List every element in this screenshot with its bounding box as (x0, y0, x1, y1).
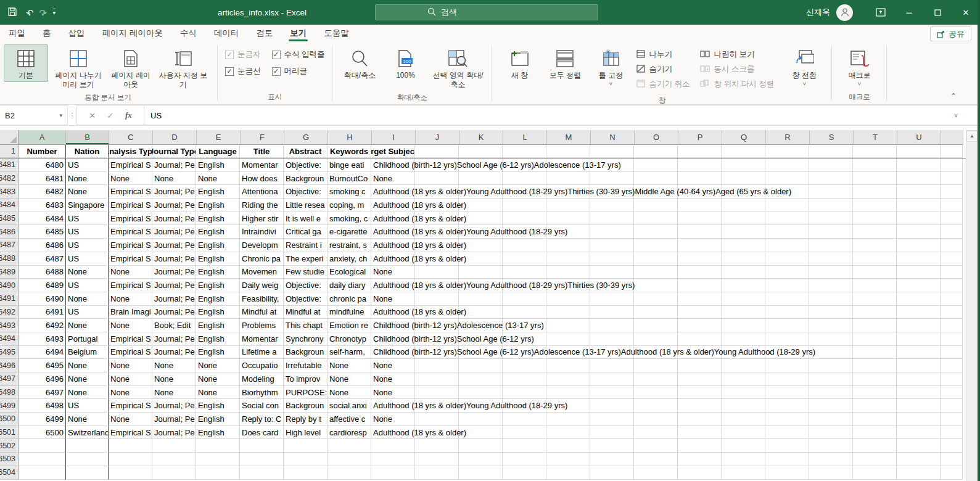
cell-partial6500[interactable] (941, 413, 963, 426)
enter-icon[interactable]: ✓ (107, 111, 114, 120)
cell-P6496[interactable] (678, 359, 722, 372)
cell-L6488[interactable] (503, 252, 546, 266)
column-header-R[interactable]: R (766, 130, 810, 145)
cell-T6488[interactable] (853, 252, 897, 266)
cell-B1[interactable]: Nation (65, 145, 109, 158)
cell-I6487[interactable]: Adulthood (18 yrs & older) (371, 239, 415, 252)
cell-P6481[interactable] (678, 158, 722, 172)
cell-I6495[interactable]: Childhood (birth-12 yrs)School Age (6-12… (371, 346, 415, 360)
scroll-up-icon[interactable]: ▲ (966, 130, 978, 142)
cell-I6502[interactable] (371, 439, 415, 453)
cell-K6496[interactable] (459, 359, 503, 372)
cell-J6503[interactable] (415, 453, 459, 466)
macros-button[interactable]: 매크로 ˅ (837, 44, 881, 89)
cell-G6490[interactable]: Objective: (284, 279, 327, 292)
cell-partial6495[interactable] (941, 346, 963, 360)
cell-O6481[interactable] (634, 158, 678, 172)
row-header-6481[interactable]: 6481 (0, 158, 19, 172)
cell-D6488[interactable]: Journal; Pe (152, 252, 196, 266)
cell-T6486[interactable] (853, 225, 897, 239)
row-header-6489[interactable]: 6489 (0, 266, 19, 279)
undo-icon[interactable]: ↶▾ (26, 8, 31, 17)
cell-I6492[interactable]: Adulthood (18 yrs & older) (371, 306, 415, 319)
cell-O6496[interactable] (634, 359, 678, 372)
cell-N1[interactable] (590, 145, 634, 158)
cell-C6487[interactable]: Empirical S (109, 239, 152, 252)
cell-O6493[interactable] (634, 319, 678, 332)
cell-B6502[interactable] (65, 439, 109, 453)
cell-A6500[interactable]: 6499 (19, 413, 66, 426)
cell-Q6487[interactable] (722, 239, 765, 252)
cell-D6492[interactable]: Journal; Pe (152, 306, 196, 319)
cell-S6489[interactable] (809, 266, 853, 279)
cell-P6500[interactable] (678, 413, 722, 426)
cell-P6498[interactable] (678, 386, 722, 400)
cell-B6503[interactable] (65, 453, 109, 466)
cell-G6486[interactable]: Critical ga (284, 225, 327, 239)
cell-H6488[interactable]: anxiety, ch (327, 252, 371, 266)
cell-partial1[interactable] (941, 145, 963, 158)
cell-R6497[interactable] (765, 372, 809, 386)
cell-Q6497[interactable] (722, 372, 765, 386)
cell-N6482[interactable] (590, 172, 634, 186)
cell-A6485[interactable]: 6484 (19, 212, 66, 226)
cell-partial6490[interactable] (941, 279, 963, 292)
cell-D6486[interactable]: Journal; Pe (152, 225, 196, 239)
cell-R6482[interactable] (765, 172, 809, 186)
cell-F6489[interactable]: Movemen (240, 266, 284, 279)
cell-D6483[interactable]: Journal; Pe (152, 185, 196, 199)
cell-P6491[interactable] (678, 292, 722, 306)
cell-M1[interactable] (546, 145, 590, 158)
zoom-100-button[interactable]: 100 100% (383, 44, 427, 82)
column-header-I[interactable]: I (372, 130, 416, 145)
cell-I6493[interactable]: Childhood (birth-12 yrs)Adolescence (13-… (371, 319, 415, 332)
cell-O6488[interactable] (634, 252, 678, 266)
cell-K6482[interactable] (459, 172, 503, 186)
cell-A6488[interactable]: 6487 (19, 252, 66, 266)
cell-P6484[interactable] (678, 199, 722, 212)
cell-J6498[interactable] (415, 386, 459, 400)
cell-I6496[interactable]: None (371, 359, 415, 372)
cell-F6496[interactable]: Occupatio (240, 359, 284, 372)
cell-B6496[interactable]: None (65, 359, 109, 372)
cell-B6493[interactable]: None (65, 319, 109, 332)
cell-H6500[interactable]: affective c (327, 413, 371, 426)
column-header-B[interactable]: B (66, 130, 109, 145)
cell-Q6504[interactable] (722, 466, 765, 480)
row-header-6491[interactable]: 6491 (0, 292, 19, 306)
cell-J6504[interactable] (415, 466, 459, 480)
cell-Q6498[interactable] (722, 386, 765, 400)
cell-U6502[interactable] (897, 439, 941, 453)
tab-insert[interactable]: 삽입 (60, 25, 94, 42)
cell-Q6503[interactable] (722, 453, 765, 466)
cell-K6491[interactable] (459, 292, 503, 306)
cell-O6482[interactable] (634, 172, 678, 186)
cell-D6493[interactable]: Book; Edit (152, 319, 196, 332)
cell-partial6493[interactable] (941, 319, 963, 332)
cell-J6489[interactable] (415, 266, 459, 279)
tab-home[interactable]: 홈 (34, 25, 60, 42)
column-header-M[interactable]: M (547, 130, 591, 145)
cell-C6482[interactable]: None (109, 172, 152, 186)
cell-T6489[interactable] (853, 266, 897, 279)
cell-O6485[interactable] (634, 212, 678, 226)
cell-O6491[interactable] (634, 292, 678, 306)
cell-T6482[interactable] (853, 172, 897, 186)
column-header-O[interactable]: O (635, 130, 678, 145)
cell-S6486[interactable] (809, 225, 853, 239)
cell-G6489[interactable]: Few studie (284, 266, 327, 279)
cell-P6501[interactable] (678, 426, 722, 440)
cell-I6485[interactable]: Adulthood (18 yrs & older) (371, 212, 415, 226)
cell-B6500[interactable]: None (65, 413, 109, 426)
cell-O6501[interactable] (634, 426, 678, 440)
cell-U6487[interactable] (897, 239, 941, 252)
cell-Q1[interactable] (722, 145, 765, 158)
cell-T6495[interactable] (853, 346, 897, 360)
cell-U6497[interactable] (897, 372, 941, 386)
tab-help[interactable]: 도움말 (315, 25, 358, 42)
cell-O6484[interactable] (634, 199, 678, 212)
cell-D6494[interactable]: Journal; Pe (152, 332, 196, 346)
cell-S6494[interactable] (809, 332, 853, 346)
cell-S6490[interactable] (809, 279, 853, 292)
cell-R6501[interactable] (765, 426, 809, 440)
